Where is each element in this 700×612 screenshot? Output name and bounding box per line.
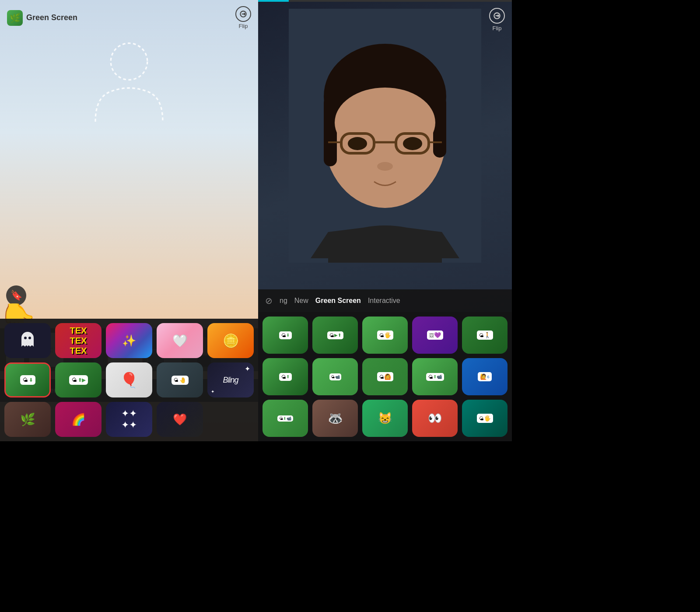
filter-tab-right-new[interactable]: New <box>294 297 308 305</box>
app-ghost[interactable] <box>4 323 51 358</box>
r-app-gsp[interactable]: 🌤 🚶 <box>462 317 508 354</box>
app-screen-hand[interactable]: 🌤 🤚 <box>157 362 203 397</box>
app-partial1[interactable]: 🌿 <box>4 402 51 437</box>
app-partial3[interactable]: ✦✦✦✦ <box>106 402 152 437</box>
svg-point-11 <box>28 337 31 339</box>
filter-tab-right-interactive[interactable]: Interactive <box>368 297 400 305</box>
app-text[interactable]: TEXTEXTEX <box>55 323 102 358</box>
svg-point-27 <box>403 137 422 150</box>
r-animal-inner: 🦝 <box>312 400 358 437</box>
gs-icon-inner: 🌤 ⬇ <box>6 364 49 396</box>
r-app-blue[interactable]: 🙋 6 <box>462 358 508 395</box>
r-gs2-inner: 🌤 ▶⬆ <box>312 317 358 354</box>
r-app-gs5[interactable]: 🌤 📹 <box>312 358 358 395</box>
app-balloon[interactable]: 🎈 <box>106 362 152 397</box>
flip-label-right: Flip <box>493 25 502 32</box>
flip-label-left: Flip <box>239 23 248 29</box>
filter-bar-right: ⊘ ng New Green Screen Interactive <box>258 289 512 312</box>
no-filter-icon-right[interactable]: ⊘ <box>265 295 273 306</box>
r-gs3-inner: 🌤 🖐 <box>362 317 408 354</box>
r-app-gs2[interactable]: 🌤 ▶⬆ <box>312 317 358 354</box>
green-up-inner: 🌤 ⬆▶ <box>55 362 102 397</box>
app-icon: 🌿 <box>7 10 23 26</box>
flip-icon-right[interactable] <box>489 8 505 24</box>
peach-icon-inner: 🤍 <box>157 323 203 358</box>
r-blue-inner: 🙋 6 <box>462 358 508 395</box>
filter-tab-right-ng[interactable]: ng <box>280 297 287 305</box>
r-gs6-inner: 🌤 🙆 <box>362 358 408 395</box>
svg-rect-9 <box>21 338 34 347</box>
left-panel: 🌿 Green Screen Flip <box>0 0 258 441</box>
rainbow-icon-inner: ✨ <box>106 323 152 358</box>
partial4-inner: ❤️ <box>157 402 203 437</box>
r-app-gs7[interactable]: 🌤 ⬆📹 <box>412 358 458 395</box>
partial3-inner: ✦✦✦✦ <box>106 402 152 437</box>
r-app-gs6[interactable]: 🌤 🙆 <box>362 358 408 395</box>
r-app-face[interactable]: 😸 <box>362 400 408 437</box>
r-app-extra[interactable]: 🌤 🖐 <box>462 400 508 437</box>
app-title-text: Green Screen <box>26 13 77 22</box>
r-gs4-inner: 🌤 ⬆ <box>262 358 308 395</box>
r-purple-inner: 🖼 💜 <box>412 317 458 354</box>
ghost-icon-inner <box>4 323 51 358</box>
r-app-gs3[interactable]: 🌤 🖐 <box>362 317 408 354</box>
r-app-purple[interactable]: 🖼 💜 <box>412 317 458 354</box>
app-partial2[interactable]: 🌈 <box>55 402 102 437</box>
r-app-gs1[interactable]: 🌤 ⬇ <box>262 317 308 354</box>
r-app-animal[interactable]: 🦝 <box>312 400 358 437</box>
top-bar-left: 🌿 Green Screen Flip <box>0 0 258 35</box>
r-app-gs4[interactable]: 🌤 ⬆ <box>262 358 308 395</box>
r-app-gs8[interactable]: 🌤 ⬇📹 <box>262 400 308 437</box>
flip-icon <box>235 6 251 22</box>
r-gsp-inner: 🌤 🚶 <box>462 317 508 354</box>
app-peach[interactable]: 🤍 <box>157 323 203 358</box>
app-partial4[interactable]: ❤️ <box>157 402 203 437</box>
partial2-inner: 🌈 <box>55 402 102 437</box>
app-rainbow[interactable]: ✨ <box>106 323 152 358</box>
bling-inner: Bling ✦ ✦ <box>207 362 254 397</box>
person-outline <box>81 35 177 131</box>
r-app-eyes[interactable]: 👀 <box>412 400 458 437</box>
flip-button[interactable]: Flip <box>235 6 251 29</box>
svg-point-1 <box>111 43 147 80</box>
text-icon-inner: TEXTEXTEX <box>55 323 102 358</box>
r-gs8-inner: 🌤 ⬇📹 <box>262 400 308 437</box>
svg-point-28 <box>377 162 393 171</box>
r-face-inner: 😸 <box>362 400 408 437</box>
svg-point-10 <box>24 337 27 339</box>
app-greenscreen-selected[interactable]: 🌤 ⬇ <box>4 362 51 397</box>
right-panel: Flip ⊘ ng New Green Screen Interactive 🌤… <box>258 0 512 441</box>
camera-view-left: 🌿 Green Screen Flip <box>0 0 258 441</box>
coin-icon-inner: 🪙 <box>207 323 254 358</box>
r-eyes-inner: 👀 <box>412 400 458 437</box>
partial1-inner: 🌿 <box>4 402 51 437</box>
progress-bar <box>258 0 512 2</box>
app-bling[interactable]: Bling ✦ ✦ <box>207 362 254 397</box>
app-grid-right: 🌤 ⬇ 🌤 ▶⬆ 🌤 🖐 <box>258 312 512 441</box>
balloon-inner: 🎈 <box>106 362 152 397</box>
r-gs5-inner: 🌤 📹 <box>312 358 358 395</box>
app-coin[interactable]: 🪙 <box>207 323 254 358</box>
filter-tab-right-gs[interactable]: Green Screen <box>315 297 361 305</box>
screen-hand-inner: 🌤 🤚 <box>157 362 203 397</box>
svg-point-26 <box>348 137 367 150</box>
r-extra-inner: 🌤 🖐 <box>462 400 508 437</box>
top-bar-right: Flip <box>482 2 512 38</box>
r-gs7-inner: 🌤 ⬆📹 <box>412 358 458 395</box>
app-green-up[interactable]: 🌤 ⬆▶ <box>55 362 102 397</box>
app-title-area: 🌿 Green Screen <box>7 10 77 26</box>
r-gs1-inner: 🌤 ⬇ <box>262 317 308 354</box>
app-grid-left: TEXTEXTEX ✨ 🤍 🪙 <box>0 319 258 441</box>
progress-fill <box>258 0 289 2</box>
